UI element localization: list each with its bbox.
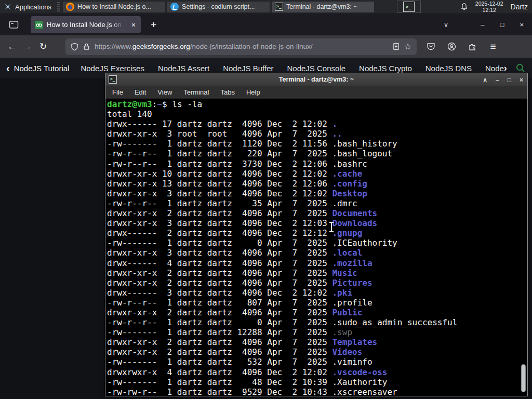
url-scheme: https://www. (95, 43, 132, 50)
window-icon (275, 3, 283, 11)
firefox-view-icon[interactable] (7, 18, 20, 32)
terminal-window: Terminal - dartz@vm3: ~ ∧ – □ × File Edi… (105, 73, 528, 396)
url-bar[interactable]: https://www.geeksforgeeks.org/node-js/in… (65, 38, 417, 55)
panel-username: Dartz (511, 3, 528, 11)
url-text[interactable]: https://www.geeksforgeeks.org/node-js/in… (95, 43, 388, 50)
clock-date: 2025-12-02 (475, 1, 503, 7)
extensions-icon[interactable] (466, 43, 479, 51)
notifications-bell-icon[interactable] (460, 3, 468, 11)
terminal-output: dartz@vm3:~$ ls -latotal 140drwx------ 1… (107, 99, 527, 395)
panel-clock[interactable]: 2025-12-02 12:12 (475, 1, 503, 13)
list-all-tabs-icon[interactable]: ∨ (444, 21, 449, 29)
panel-handle (57, 2, 60, 11)
mouse-ibeam-cursor (328, 222, 335, 232)
terminal-icon (109, 75, 117, 84)
tab-title: How to Install Node.js on (47, 21, 127, 29)
account-icon[interactable] (445, 42, 458, 51)
nav-scroll-left-icon[interactable]: ‹ (6, 63, 10, 73)
workspace-terminal-thumbnail (403, 2, 415, 12)
terminal-minimize-button[interactable]: – (496, 76, 499, 84)
forward-button[interactable]: → (20, 42, 35, 52)
nav-scroll-right-icon[interactable]: › (504, 63, 507, 74)
terminal-close-button[interactable]: × (520, 76, 523, 84)
window-icon (66, 3, 74, 11)
lock-icon[interactable] (83, 43, 90, 50)
nav-item-tutorial[interactable]: NodeJS Tutorial (14, 64, 70, 73)
search-icon[interactable] (515, 63, 526, 73)
nav-item[interactable]: NodeJS DNS (425, 64, 472, 73)
tracking-shield-icon[interactable] (71, 43, 78, 51)
taskbar-window-button[interactable]: Terminal - dartz@vm3: ~ (271, 1, 375, 13)
terminal-titlebar[interactable]: Terminal - dartz@vm3: ~ ∧ – □ × (105, 73, 527, 86)
browser-minimize-button[interactable]: – (481, 21, 484, 29)
pocket-icon[interactable] (424, 42, 437, 51)
terminal-menu-item[interactable]: Tabs (215, 88, 240, 96)
new-tab-button[interactable]: + (148, 19, 159, 31)
window-button-label: How to Install Node.js o... (77, 3, 151, 10)
taskbar-window-button[interactable]: Settings - codium script... (167, 1, 270, 13)
desktop: Applications How to Install Node.js o...… (0, 0, 532, 399)
firefox-tab-bar: How to Install Node.js on × + ∨ – □ × (0, 14, 532, 35)
terminal-title: Terminal - dartz@vm3: ~ (105, 76, 527, 83)
bookmark-star-icon[interactable]: ☆ (404, 42, 411, 51)
menu-icon[interactable]: ≡ (486, 41, 500, 52)
nav-item-truncated[interactable]: Node (485, 64, 504, 73)
gfg-favicon (35, 21, 43, 29)
browser-maximize-button[interactable]: □ (500, 21, 504, 29)
applications-label: Applications (15, 3, 51, 11)
terminal-menu-item[interactable]: Terminal (178, 88, 215, 96)
firefox-toolbar: ← → ↻ https://www.geeksforgeeks.org/node… (0, 35, 532, 58)
nav-item[interactable]: NodeJS Console (287, 64, 345, 73)
tab-close-icon[interactable]: × (130, 21, 137, 29)
terminal-menu-item[interactable]: Edit (129, 88, 152, 96)
terminal-menubar: File Edit View Terminal Tabs Help (105, 86, 527, 99)
nav-item[interactable]: NodeJS Crypto (359, 64, 412, 73)
workspace-switcher[interactable] (397, 1, 421, 13)
browser-close-button[interactable]: × (520, 21, 524, 29)
terminal-scrollbar-thumb[interactable] (521, 364, 526, 392)
applications-icon (4, 3, 12, 11)
window-button-label: Terminal - dartz@vm3: ~ (286, 3, 357, 10)
url-domain: geeksforgeeks.org (132, 43, 190, 50)
back-button[interactable]: ← (4, 42, 20, 52)
terminal-menu-item[interactable]: File (107, 88, 129, 96)
applications-menu[interactable]: Applications (0, 0, 55, 14)
reload-button[interactable]: ↻ (35, 41, 51, 52)
terminal-body[interactable]: dartz@vm3:~$ ls -latotal 140drwx------ 1… (105, 99, 527, 395)
nav-item[interactable]: NodeJS Buffer (223, 64, 273, 73)
url-path: /node-js/installation-of-node-js-on-linu… (190, 43, 313, 50)
terminal-maximize-button[interactable]: □ (508, 76, 511, 84)
taskbar-window-button[interactable]: How to Install Node.js o... (62, 1, 166, 13)
window-button-label: Settings - codium script... (182, 3, 255, 10)
window-buttons: How to Install Node.js o... Settings - c… (62, 1, 375, 13)
nav-items: NodeJS Exercises NodeJS Assert NodeJS Bu… (81, 64, 472, 73)
terminal-menu-item[interactable]: Help (241, 88, 266, 96)
terminal-menu-item[interactable]: View (152, 88, 178, 96)
reader-mode-icon[interactable] (393, 43, 400, 50)
browser-tab[interactable]: How to Install Node.js on × (31, 16, 141, 33)
nav-item[interactable]: NodeJS Assert (158, 64, 209, 73)
nav-item[interactable]: NodeJS Exercises (81, 64, 144, 73)
window-icon (170, 3, 179, 11)
clock-time: 12:12 (475, 7, 503, 13)
top-panel: Applications How to Install Node.js o...… (0, 0, 532, 14)
terminal-shade-button[interactable]: ∧ (483, 76, 487, 84)
